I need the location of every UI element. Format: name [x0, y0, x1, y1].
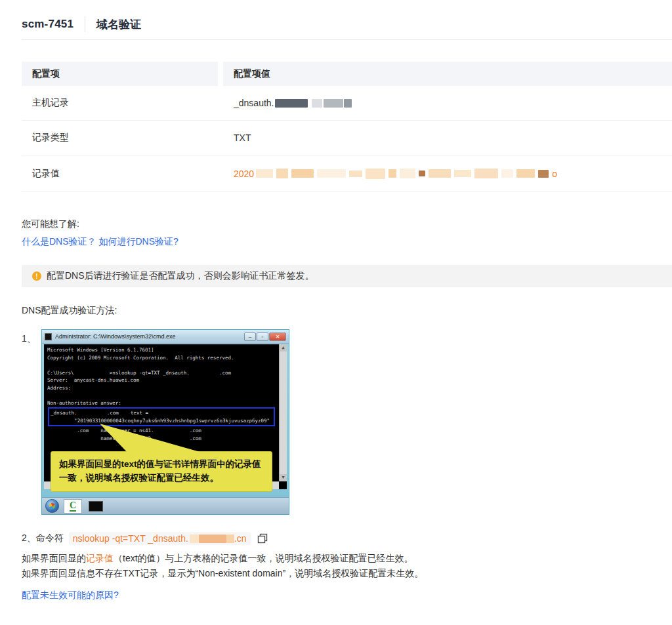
record-value-highlight: 记录值 — [86, 553, 114, 563]
cmd-window-icon — [45, 333, 52, 340]
domain-verification-page: scm-7451 域名验证 配置项 配置项值 主机记录 _dnsauth. 记录… — [0, 0, 672, 601]
minimize-icon: – — [244, 333, 256, 341]
scroll-down-icon: ▼ — [280, 474, 287, 481]
redacted-block — [324, 99, 343, 108]
header-gap — [218, 62, 223, 86]
redacted-blur — [276, 169, 288, 178]
title-divider — [85, 16, 85, 32]
console-line: Address: — [47, 384, 276, 392]
redacted-blur — [349, 171, 362, 177]
step1-number: 1、 — [22, 329, 41, 515]
redacted-blur — [400, 169, 415, 178]
host-record-prefix: _dnsauth. — [234, 98, 274, 108]
row-label: 记录类型 — [22, 132, 223, 144]
redacted-blur — [190, 534, 199, 543]
row-value: TXT — [223, 132, 672, 143]
page-title-text: 域名验证 — [96, 17, 141, 32]
console-line: Microsoft Windows [Version 6.1.7601] — [47, 346, 276, 354]
c-prompt-icon: C — [70, 501, 76, 512]
taskbar-item-cmd — [87, 499, 105, 514]
cmd-titlebar: Administrator: C:\Windows\system32\cmd.e… — [42, 330, 289, 344]
tips-intro: 您可能想了解: — [22, 218, 672, 230]
nslookup-command: nslookup -qt=TXT _dnsauth. .cn — [69, 532, 251, 545]
console-line: nameserver = ns42. .com — [47, 435, 276, 443]
step2: 2、命令符 nslookup -qt=TXT _dnsauth. .cn — [22, 532, 672, 545]
not-effective-reason-link[interactable]: 配置未生效可能的原因? — [22, 590, 672, 601]
col-header-value: 配置项值 — [223, 62, 672, 86]
row-label: 主机记录 — [22, 97, 223, 109]
command-suffix: .cn — [234, 533, 247, 544]
redacted-blur — [226, 534, 234, 543]
cmd-window-title: Administrator: C:\Windows\system32\cmd.e… — [55, 333, 244, 340]
console-line — [47, 392, 276, 399]
console-line: C:\Users\ >nslookup -qt=TXT _dnsauth. .c… — [47, 369, 276, 377]
result-explanation: 如果界面回显的记录值（text的值）与上方表格的记录值一致，说明域名授权验证配置… — [22, 551, 672, 581]
col-header-item: 配置项 — [22, 62, 218, 86]
row-value: 2020 o — [223, 169, 672, 179]
windows-start-icon — [45, 499, 59, 513]
redacted-blur — [501, 169, 513, 178]
callout-note: 如果界面回显的text的值与证书详情界面中的记录值一致，说明域名授权验证配置已经… — [51, 451, 272, 492]
warning-text: 配置DNS后请进行验证是否配置成功，否则会影响证书正常签发。 — [47, 270, 314, 282]
header-divider — [22, 39, 672, 40]
warning-banner: ! 配置DNS后请进行验证是否配置成功，否则会影响证书正常签发。 — [22, 265, 672, 287]
record-value-suffix: o — [552, 169, 557, 179]
redacted-blur — [516, 169, 535, 178]
console-line: "2019033100000043coqhny7uks6nh93vzhshnbp… — [51, 417, 272, 425]
exclamation-circle-icon: ! — [32, 272, 41, 281]
taskbar-item-console: C — [64, 499, 82, 514]
redacted-block — [312, 99, 322, 108]
copy-icon[interactable] — [257, 533, 268, 544]
maximize-icon: ▫ — [257, 333, 268, 341]
redacted-blur — [317, 169, 346, 178]
scroll-up-icon: ▲ — [280, 344, 287, 352]
table-row-host: 主机记录 _dnsauth. — [22, 86, 672, 121]
table-header: 配置项 配置项值 — [22, 62, 672, 86]
table-row-value: 记录值 2020 o — [22, 155, 672, 192]
cmd-screenshot-image: Administrator: C:\Windows\system32\cmd.e… — [41, 329, 289, 515]
console-line — [47, 361, 276, 369]
table-row-type: 记录类型 TXT — [22, 121, 672, 155]
redacted-blur — [429, 169, 451, 178]
redacted-blur — [454, 170, 471, 177]
step1: 1、 Administrator: C:\Windows\system32\cm… — [22, 329, 672, 515]
record-value-prefix: 2020 — [234, 169, 254, 179]
redacted-blur — [388, 169, 396, 178]
redacted-blur — [366, 169, 385, 179]
cert-name: scm-7451 — [22, 18, 74, 31]
cmd-icon — [89, 501, 103, 512]
result-text: 如果界面回显信息不存在TXT记录，显示为“Non-existent domain… — [22, 568, 423, 578]
redacted-blur — [256, 169, 273, 178]
close-icon: ✕ — [269, 333, 286, 341]
redacted-blur — [538, 170, 549, 178]
console-line: Server: anycast-dns.huawei.com — [47, 376, 276, 384]
command-prefix: nslookup -qt=TXT _dnsauth. — [73, 533, 188, 544]
dns-help-link[interactable]: 什么是DNS验证？ 如何进行DNS验证? — [22, 236, 672, 248]
console-line: Copyright (c) 2009 Microsoft Corporation… — [47, 354, 276, 362]
page-title: scm-7451 域名验证 — [22, 0, 672, 33]
redacted-blur — [474, 169, 498, 178]
dns-config-table: 配置项 配置项值 主机记录 _dnsauth. 记录类型 TXT 记录值 202… — [22, 62, 672, 192]
method-heading: DNS配置成功验证方法: — [22, 305, 672, 317]
window-controls: – ▫ ✕ — [244, 333, 286, 341]
vertical-scrollbar: ▲ ▼ — [279, 344, 287, 481]
console-line: Non-authoritative answer: — [47, 399, 276, 407]
step2-label: 2、命令符 — [22, 533, 64, 544]
redacted-block — [344, 99, 352, 108]
console-line: .com nameserver = ns41. .com — [47, 427, 276, 435]
redacted-blur — [419, 171, 425, 176]
redacted-blur — [291, 169, 314, 178]
txt-answer-highlight-box: _dnsauth. .com text = "2019033100000043c… — [48, 407, 275, 426]
row-value: _dnsauth. — [223, 98, 672, 108]
result-text: 如果界面回显的 — [22, 553, 86, 563]
windows-taskbar: C — [42, 497, 289, 514]
row-label: 记录值 — [22, 168, 223, 180]
redacted-block — [275, 99, 308, 108]
result-text: （text的值）与上方表格的记录值一致，说明域名授权验证配置已经生效。 — [114, 553, 413, 563]
redacted-blur — [199, 534, 226, 543]
console-line: _dnsauth. .com text = — [51, 409, 272, 417]
